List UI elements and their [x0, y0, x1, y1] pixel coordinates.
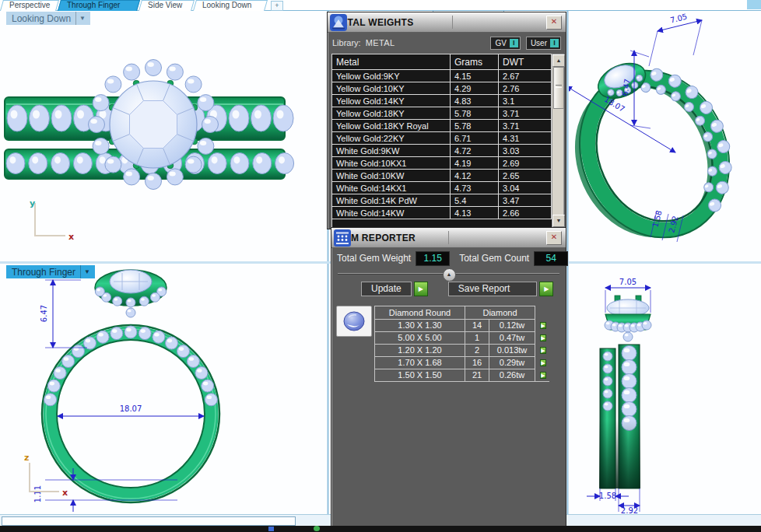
library-label: Library: — [332, 38, 361, 47]
dim-inner-diameter: 18.07 — [58, 404, 204, 416]
metal-weights-icon — [330, 14, 347, 31]
metal-weights-titlebar[interactable]: METAL WEIGHTS ✕ — [328, 12, 566, 33]
svg-text:1.58: 1.58 — [599, 492, 616, 500]
collapse-button[interactable]: ▲ — [443, 268, 456, 282]
table-scrollbar[interactable]: ▲ ▼ — [552, 54, 564, 228]
chevron-down-icon[interactable]: ▼ — [75, 12, 89, 25]
action-buttons-row: Update ▶ Save Report ▶ — [331, 279, 566, 298]
scroll-up-icon[interactable]: ▲ — [552, 54, 565, 67]
run-icon[interactable]: ▶ — [414, 282, 428, 296]
head-side — [605, 296, 651, 341]
metal-weights-table: Metal Grams DWT Yellow Gold:9KY4.152.67 … — [331, 54, 552, 229]
table-row-partial[interactable]: White Gold:14KW4.132.66 — [332, 207, 552, 219]
table-row[interactable]: White Gold:14K PdW5.43.47 — [332, 194, 552, 207]
table-row[interactable]: Yellow Gold:22KY6.714.31 — [332, 132, 552, 145]
gem-reporter-titlebar[interactable]: GEM REPORTER ✕ — [331, 228, 566, 248]
table-row[interactable]: White Gold:10KX14.192.69 — [332, 157, 552, 170]
table-row[interactable]: White Gold:10KW4.122.65 — [332, 170, 552, 182]
gem-row: 1.70 X 1.68160.29tw▶ — [374, 356, 550, 369]
gem-row-run-icon[interactable]: ▶ — [540, 334, 545, 341]
command-bar-fragment[interactable] — [2, 516, 296, 526]
dim-head-height: 6.47 — [40, 280, 87, 348]
gem-reporter-icon — [334, 229, 351, 247]
svg-text:7.05: 7.05 — [669, 12, 688, 25]
tab-overflow-stub — [747, 0, 761, 9]
library-row: Library: METAL GVI UserI — [328, 33, 566, 53]
metal-weights-dialog: METAL WEIGHTS ✕ Library: METAL GVI UserI… — [327, 12, 566, 229]
table-row[interactable]: Yellow Gold:9KY4.152.67 — [332, 70, 552, 82]
gem-row: 5.00 X 5.0010.47tw▶ — [374, 331, 550, 344]
gv-indicator: I — [510, 39, 518, 47]
diamond-round-icon[interactable] — [336, 306, 372, 337]
save-report-button[interactable]: Save Report ▶ — [448, 282, 554, 296]
gem-row: 1.50 X 1.50210.26tw▶ — [374, 369, 550, 381]
head-cluster — [95, 270, 167, 317]
svg-text:6.47: 6.47 — [40, 305, 48, 322]
svg-text:x: x — [68, 232, 74, 242]
table-row[interactable]: Yellow Gold:14KY4.833.1 — [332, 95, 552, 107]
ring-perspective-view: 7.05 6.47 18.07 1.58 2.92 — [565, 10, 761, 261]
gem-table: Diamond Round Diamond 1.30 X 1.30140.12t… — [374, 306, 550, 381]
library-value: METAL — [366, 38, 395, 47]
gem-row-run-icon[interactable]: ▶ — [540, 322, 545, 329]
bands-side — [599, 345, 640, 488]
table-row[interactable]: Yellow Gold:18KY Royal5.783.71 — [332, 120, 552, 132]
gem-row-run-icon[interactable]: ▶ — [540, 359, 545, 366]
tab-side-view[interactable]: Side View — [139, 0, 195, 11]
collapse-separator: ▲ — [331, 268, 566, 279]
ring-front-view: 6.47 18.07 1.11 z x — [0, 264, 327, 515]
dim-band-b-side: 2.92 — [619, 488, 640, 515]
taskbar — [0, 526, 761, 532]
tab-perspective[interactable]: Perspective — [0, 0, 59, 11]
gem-row: 1.20 X 1.2020.013tw▶ — [374, 344, 550, 356]
shank-gems — [44, 326, 218, 406]
gem-table-header: Diamond Round Diamond — [374, 306, 550, 319]
ring-top-view: y x — [0, 10, 327, 261]
user-toggle[interactable]: UserI — [526, 37, 561, 50]
svg-text:1.11: 1.11 — [33, 485, 42, 502]
table-row[interactable]: Yellow Gold:10KY4.292.76 — [332, 82, 552, 95]
svg-text:z: z — [24, 453, 29, 463]
viewport-label-looking-down[interactable]: Looking Down▼ — [6, 12, 90, 25]
ring-side-view: 7.05 1.58 — [565, 264, 761, 515]
app-window: Perspective Through Finger Side View Loo… — [0, 0, 761, 532]
total-gem-count-value: 54 — [534, 251, 568, 266]
close-icon[interactable]: ✕ — [546, 231, 562, 245]
gem-table-area: Diamond Round Diamond 1.30 X 1.30140.12t… — [336, 306, 566, 381]
taskbar-app-icon[interactable] — [314, 526, 320, 531]
add-viewport-icon[interactable]: + — [271, 1, 283, 11]
taskbar-app-icon[interactable] — [268, 527, 274, 531]
close-icon[interactable]: ✕ — [546, 16, 562, 30]
gem-row: 1.30 X 1.30140.12tw▶ — [374, 319, 550, 331]
titlebar-divider — [448, 231, 449, 244]
update-button[interactable]: Update ▶ — [361, 282, 428, 296]
totals-row: Total Gem Weight 1.15 Total Gem Count 54 — [331, 248, 566, 268]
table-row[interactable]: Yellow Gold:18KY5.783.71 — [332, 107, 552, 120]
chevron-down-icon[interactable]: ▼ — [80, 265, 93, 278]
gem-row-run-icon[interactable]: ▶ — [540, 372, 545, 379]
dim-head-width-perspective: 7.05 — [649, 12, 702, 66]
user-indicator: I — [550, 39, 559, 47]
svg-text:7.05: 7.05 — [619, 278, 637, 286]
tab-looking-down[interactable]: Looking Down — [193, 0, 268, 11]
axis-indicator-top-left: y x — [30, 198, 74, 242]
run-icon[interactable]: ▶ — [539, 282, 553, 296]
table-header-row: Metal Grams DWT — [332, 54, 552, 70]
total-gem-weight-value: 1.15 — [416, 251, 450, 266]
titlebar-divider — [452, 16, 453, 29]
total-gem-weight-label: Total Gem Weight — [337, 253, 411, 264]
dim-band-a-side: 1.58 — [587, 488, 629, 501]
tab-through-finger[interactable]: Through Finger — [58, 0, 140, 11]
viewport-tab-bar: Perspective Through Finger Side View Loo… — [0, 0, 761, 11]
table-row[interactable]: White Gold:14KX14.733.04 — [332, 182, 552, 194]
svg-text:y: y — [30, 198, 35, 208]
svg-text:18.07: 18.07 — [120, 404, 142, 413]
scrollbar-thumb[interactable] — [553, 67, 564, 109]
viewport-label-through-finger[interactable]: Through Finger▼ — [6, 265, 95, 278]
gem-row-run-icon[interactable]: ▶ — [540, 347, 545, 354]
table-row[interactable]: White Gold:9KW4.723.03 — [332, 145, 552, 157]
scroll-down-icon[interactable]: ▼ — [552, 215, 565, 227]
gv-toggle[interactable]: GVI — [490, 37, 520, 50]
center-stone — [110, 81, 197, 168]
total-gem-count-label: Total Gem Count — [459, 253, 529, 264]
